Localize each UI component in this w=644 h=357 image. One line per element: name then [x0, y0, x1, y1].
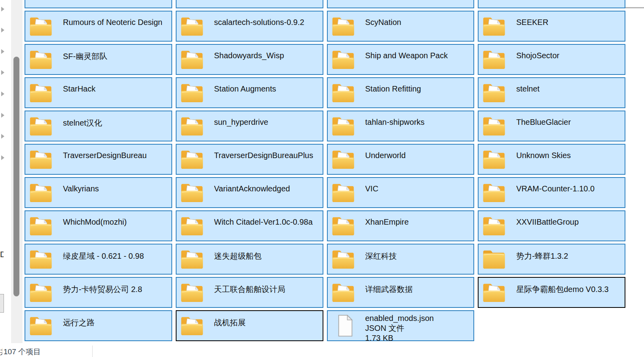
folder-doc-icon [180, 214, 203, 237]
tile-label: XXVIIBattleGroup [516, 218, 622, 227]
clipped-tree-label-fragment: D [0, 250, 4, 260]
folder-doc-icon [332, 281, 355, 304]
file-tile[interactable]: Underworld [327, 144, 475, 175]
folder-doc-icon [483, 214, 505, 237]
file-tile[interactable]: 深红科技 [327, 244, 475, 275]
status-bar: 共 107 个项目 [0, 346, 644, 357]
file-tile[interactable]: Shadowyards_Wisp [176, 44, 323, 75]
tree-expand-icon[interactable] [1, 134, 4, 139]
file-tile[interactable]: ShojoSector [478, 44, 625, 75]
file-tile[interactable]: TraverserDesignBureau [25, 144, 172, 175]
tree-expand-icon[interactable] [1, 155, 4, 160]
folder-doc-icon [332, 115, 355, 137]
tile-clipped[interactable] [176, 0, 323, 8]
tree-expand-icon[interactable] [1, 28, 4, 32]
tile-label: Shadowyards_Wisp [214, 51, 320, 60]
folder-doc-icon [180, 248, 203, 271]
file-tile[interactable]: 详细武器数据 [327, 277, 475, 308]
file-tile[interactable]: Ship and Weapon Pack [327, 44, 475, 75]
file-tile[interactable]: 绿皮星域 - 0.621 - 0.98 [25, 244, 172, 275]
scrollbar-top-fragment [625, 7, 644, 8]
file-tile[interactable]: VRAM-Counter-1.10.0 [478, 177, 625, 208]
folder-doc-icon [29, 81, 52, 104]
tile-label: scalartech-solutions-0.9.2 [214, 18, 320, 27]
folder-doc-icon [332, 15, 355, 38]
file-tile[interactable]: Unknown Skies [478, 144, 625, 175]
tile-label: ScyNation [365, 18, 471, 27]
file-tile[interactable]: stelnet [478, 77, 625, 108]
nav-hscrollbar-fragment[interactable] [0, 294, 4, 313]
folder-doc-icon [180, 281, 203, 304]
file-tile[interactable]: Station Refitting [327, 77, 475, 108]
file-tile[interactable]: enabled_mods.jsonJSON 文件1.73 KB [327, 310, 475, 341]
file-tile[interactable]: SEEKER [478, 11, 625, 42]
file-tile[interactable]: 星际争霸船包demo V0.3.3 [478, 277, 625, 308]
tile-label: StarHack [63, 84, 169, 94]
file-tile[interactable]: 天工联合船舶设计局 [176, 277, 323, 308]
file-tile[interactable]: stelnet汉化 [25, 111, 172, 141]
folder-doc-icon [29, 148, 52, 171]
folder-doc-icon [483, 15, 505, 38]
tree-expand-icon[interactable] [1, 70, 4, 75]
file-tile[interactable]: XXVIIBattleGroup [478, 210, 625, 241]
file-tile[interactable]: 迷失超级船包 [176, 244, 323, 275]
folder-doc-icon [332, 248, 355, 271]
tile-clipped[interactable] [478, 0, 625, 8]
file-tile[interactable]: 势力-蜂群1.3.2 [478, 244, 625, 275]
folder-doc-icon [29, 15, 52, 38]
file-tile[interactable]: scalartech-solutions-0.9.2 [176, 11, 323, 42]
folder-doc-icon [180, 181, 203, 204]
file-tile[interactable]: ScyNation [327, 11, 475, 42]
file-tile[interactable]: Valkyrians [25, 177, 172, 208]
tile-clipped[interactable] [25, 0, 172, 8]
tile-label: Ship and Weapon Pack [365, 51, 471, 60]
json-file-icon [337, 314, 353, 338]
file-tile[interactable]: 势力-卡特贸易公司 2.8 [25, 277, 172, 308]
tile-label: Rumours of Neoteric Design [63, 18, 169, 27]
tile-label: VariantAcknowledged [214, 184, 320, 193]
file-tile[interactable]: tahlan-shipworks [327, 111, 475, 141]
tile-label: 绿皮星域 - 0.621 - 0.98 [63, 251, 169, 262]
file-tile[interactable]: TheBlueGlacier [478, 111, 625, 141]
file-tile[interactable]: 战机拓展 [176, 310, 323, 341]
tree-expand-icon[interactable] [1, 49, 4, 54]
tile-clipped[interactable] [327, 0, 475, 8]
status-clipped-char: 共 [0, 347, 2, 356]
file-tile[interactable]: Station Augments [176, 77, 323, 108]
tile-label: 迷失超级船包 [214, 251, 320, 262]
file-tile[interactable]: SF-幽灵部队 [25, 44, 172, 75]
tile-label: tahlan-shipworks [365, 118, 471, 127]
tree-expand-icon[interactable] [1, 113, 4, 118]
folder-doc-icon [180, 314, 203, 337]
file-tile[interactable]: VariantAcknowledged [176, 177, 323, 208]
file-list: Rumours of Neoteric Design scalartech-so… [25, 11, 625, 341]
file-tile[interactable]: VIC [327, 177, 475, 208]
folder-doc-icon [483, 115, 505, 137]
file-tile[interactable]: Witch Citadel-Ver1.0c-0.98a [176, 210, 323, 241]
folder-doc-icon [483, 181, 505, 204]
tile-label: sun_hyperdrive [214, 118, 320, 127]
tile-label: SF-幽灵部队 [63, 51, 169, 62]
tile-label: VIC [365, 184, 471, 193]
folder-doc-icon [29, 248, 52, 271]
folder-doc-icon [180, 81, 203, 104]
folder-doc-icon [332, 181, 355, 204]
file-name: enabled_mods.json [365, 313, 471, 323]
file-tile[interactable]: XhanEmpire [327, 210, 475, 241]
file-tile[interactable]: sun_hyperdrive [176, 111, 323, 141]
clipped-tile-row [25, 0, 625, 8]
file-tile[interactable]: StarHack [25, 77, 172, 108]
file-tile[interactable]: WhichMod(mozhi) [25, 210, 172, 241]
file-tile[interactable]: 远行之路 [25, 310, 172, 341]
file-tile[interactable]: TraverserDesignBureauPlus [176, 144, 323, 175]
tree-expand-icon[interactable] [1, 7, 4, 11]
tile-label: 天工联合船舶设计局 [214, 284, 320, 295]
file-tile[interactable]: Rumours of Neoteric Design [25, 11, 172, 42]
tile-label: TraverserDesignBureau [63, 151, 169, 160]
nav-scrollbar-thumb[interactable] [13, 57, 19, 296]
folder-plain-icon [483, 248, 505, 271]
folder-doc-icon [483, 48, 505, 71]
folder-doc-icon [483, 81, 505, 104]
tree-expand-icon[interactable] [1, 92, 4, 96]
nav-scrollbar-track[interactable] [11, 0, 23, 343]
